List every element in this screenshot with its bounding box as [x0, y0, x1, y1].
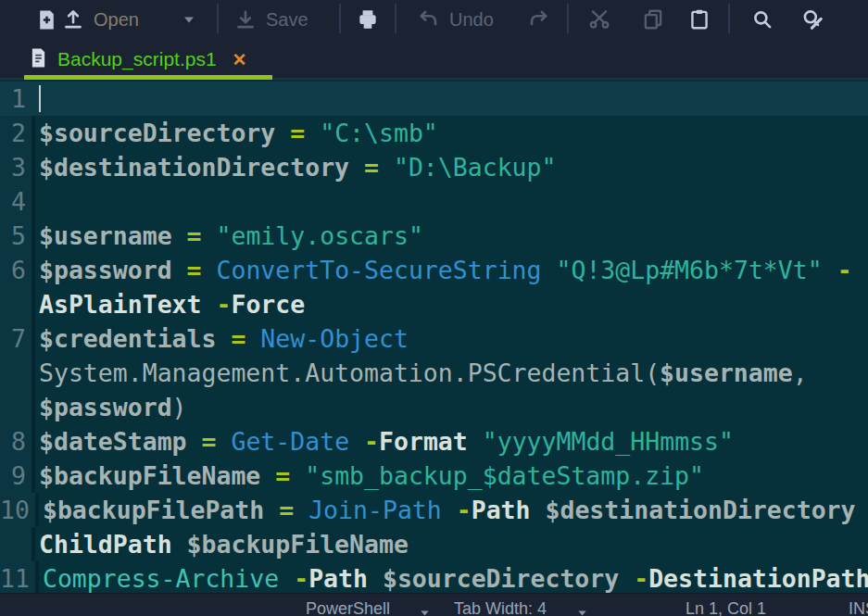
undo-button-label: Undo: [449, 9, 494, 31]
line-number: [0, 527, 35, 561]
document-icon: [30, 47, 47, 72]
code-text: $destinationDirectory = "D:\Backup": [35, 150, 556, 184]
tab-title: Backup_script.ps1: [57, 48, 217, 70]
find-button[interactable]: [750, 2, 774, 37]
code-line[interactable]: 1: [0, 82, 868, 116]
tab-backup-script[interactable]: Backup_script.ps1 ✕: [24, 43, 253, 76]
undo-icon: [417, 7, 441, 31]
line-number: 2: [0, 116, 35, 150]
line-number: 7: [0, 321, 35, 356]
toolbar-separator: [567, 4, 569, 33]
save-button-label: Save: [266, 9, 308, 31]
code-line[interactable]: 4: [0, 184, 868, 219]
paste-icon: [687, 7, 711, 31]
line-number: 4: [0, 184, 35, 219]
redo-icon: [526, 7, 550, 31]
line-number: [0, 287, 35, 321]
new-document-icon: [35, 8, 58, 31]
print-button[interactable]: [356, 2, 380, 37]
cursor-position-indicator[interactable]: Ln 1, Col 1: [686, 599, 766, 616]
code-line[interactable]: 11Compress-Archive -Path $sourceDirector…: [0, 561, 868, 596]
code-text: $credentials = New-Object: [35, 321, 409, 356]
new-document-button[interactable]: [35, 2, 58, 37]
code-text: System.Management.Automation.PSCredentia…: [35, 356, 808, 390]
code-text: Compress-Archive -Path $sourceDirectory …: [39, 561, 868, 596]
code-text: [35, 82, 41, 116]
search-replace-icon: [800, 7, 824, 31]
code-text: $password): [35, 390, 187, 424]
copy-icon: [641, 7, 665, 31]
status-bar: PowerShell Tab Width: 4 Ln 1, Col 1 INSE…: [0, 593, 868, 616]
code-text: $sourceDirectory = "C:\smb": [35, 116, 438, 150]
paste-button[interactable]: [687, 2, 711, 37]
close-tab-icon[interactable]: ✕: [233, 49, 247, 70]
code-line-wrap[interactable]: AsPlainText -Force: [0, 287, 868, 321]
code-line[interactable]: 9$backupFileName = "smb_backup_$dateStam…: [0, 459, 868, 493]
chevron-down-icon[interactable]: [576, 605, 588, 616]
line-number: 11: [0, 561, 39, 596]
chevron-down-icon[interactable]: [419, 605, 431, 616]
cut-icon: [587, 7, 611, 31]
open-button-label: Open: [94, 9, 139, 31]
line-number: 9: [0, 459, 35, 493]
line-number: 3: [0, 150, 35, 184]
code-text: $dateStamp = Get-Date -Format "yyyyMMdd_…: [35, 424, 734, 459]
code-line[interactable]: 5$username = "emily.oscars": [0, 219, 868, 253]
code-line[interactable]: 2$sourceDirectory = "C:\smb": [0, 116, 868, 150]
open-button[interactable]: Open: [61, 2, 139, 37]
code-line-wrap[interactable]: $password): [0, 390, 868, 424]
toolbar-separator: [339, 4, 341, 33]
editor[interactable]: 12$sourceDirectory = "C:\smb"3$destinati…: [0, 82, 868, 616]
code-line-wrap[interactable]: ChildPath $backupFileName: [0, 527, 868, 561]
undo-button[interactable]: Undo: [417, 2, 494, 37]
line-number: 8: [0, 424, 35, 459]
toolbar-separator: [395, 4, 396, 33]
line-number: 1: [0, 82, 35, 116]
code-line[interactable]: 3$destinationDirectory = "D:\Backup": [0, 150, 868, 184]
code-text: $password = ConvertTo-SecureString "Q!3@…: [35, 253, 852, 287]
toolbar: Open Save Undo: [0, 0, 868, 41]
toolbar-separator: [728, 4, 730, 33]
input-mode-indicator[interactable]: INSERT: [849, 599, 868, 616]
chevron-down-icon: [182, 14, 196, 25]
code-text: $backupFilePath = Join-Path -Path $desti…: [39, 493, 868, 527]
line-number: 10: [0, 493, 39, 527]
code-line[interactable]: 10$backupFilePath = Join-Path -Path $des…: [0, 493, 868, 527]
find-replace-button[interactable]: [800, 2, 824, 37]
copy-button[interactable]: [641, 2, 665, 37]
cut-button[interactable]: [587, 2, 611, 37]
line-number: 6: [0, 253, 35, 287]
code-text: $backupFileName = "smb_backup_$dateStamp…: [35, 459, 704, 493]
code-line[interactable]: 7$credentials = New-Object: [0, 321, 868, 356]
open-recent-dropdown[interactable]: [182, 2, 196, 37]
line-number: 5: [0, 219, 35, 253]
language-mode-button[interactable]: PowerShell: [306, 599, 390, 616]
save-button[interactable]: Save: [233, 2, 308, 37]
code-text: [35, 184, 39, 219]
print-icon: [356, 7, 380, 31]
save-icon: [233, 7, 258, 31]
line-number: [0, 356, 35, 390]
redo-button[interactable]: [526, 2, 550, 37]
open-icon: [61, 7, 85, 31]
text-cursor: [39, 85, 41, 112]
search-icon: [750, 7, 774, 31]
code-text: $username = "emily.oscars": [35, 219, 423, 253]
line-number: [0, 390, 35, 424]
toolbar-separator: [217, 4, 219, 33]
active-tab-indicator: [24, 75, 272, 80]
code-text: ChildPath $backupFileName: [35, 527, 409, 561]
code-line-wrap[interactable]: System.Management.Automation.PSCredentia…: [0, 356, 868, 390]
code-text: AsPlainText -Force: [35, 287, 305, 321]
tab-width-button[interactable]: Tab Width: 4: [454, 599, 547, 616]
text-editor-window: Open Save Undo: [0, 0, 868, 616]
code-line[interactable]: 8$dateStamp = Get-Date -Format "yyyyMMdd…: [0, 424, 868, 459]
code-line[interactable]: 6$password = ConvertTo-SecureString "Q!3…: [0, 253, 868, 287]
